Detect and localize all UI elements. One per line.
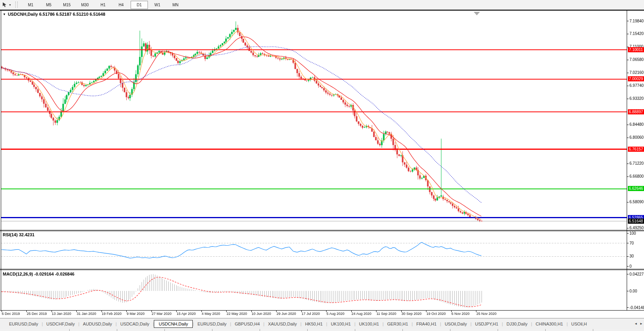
- tab-bar: EURUSD,Daily|USDCHF,Daily|AUDUSD,Daily|U…: [0, 318, 644, 329]
- tab-usdjpy-h1[interactable]: USDJPY,H1: [472, 320, 502, 327]
- macd-axis-label: 0.042275: [629, 272, 644, 277]
- tab-eurusd-daily[interactable]: EURUSD,Daily: [194, 320, 230, 327]
- tab-fra40-h1[interactable]: FRA40,H1: [413, 320, 440, 327]
- cursor-tool-icon[interactable]: [2, 2, 8, 8]
- status-strip-divider: [450, 329, 450, 331]
- price-axis-label: 6.93320: [629, 96, 644, 101]
- tab-china300-h1[interactable]: CHINA300,H1: [532, 320, 567, 327]
- date-label: 19 Feb 2020: [102, 312, 122, 316]
- hline-price-tag: 7.00029: [628, 76, 644, 81]
- timeframe-button-m15[interactable]: M15: [58, 1, 76, 9]
- timeframe-button-mn[interactable]: MN: [167, 1, 184, 9]
- toolbar: ▼ M1M5M15M30H1H4D1W1MN: [0, 0, 644, 10]
- macd-axis-label: -0.04148: [629, 305, 644, 310]
- macd-label: MACD(12,26,9) -0.029164 -0.026846: [3, 272, 74, 276]
- tab-usoil-h[interactable]: USOil,H: [568, 320, 590, 327]
- date-label: 29 Jun 2020: [277, 312, 296, 316]
- date-label: 31 Jan 2020: [77, 312, 96, 316]
- date-label: 9 Mar 2020: [127, 312, 145, 316]
- price-axis-label: 6.84480: [629, 122, 644, 127]
- hline-price-tag: 7.10011: [628, 47, 644, 52]
- chart-title-text: USDCNH,Daily 6.51786 6.52187 6.51210 6.5…: [8, 12, 105, 17]
- date-label: 27 Mar 2020: [152, 312, 172, 316]
- rsi-axis-label: 70: [629, 241, 634, 246]
- price-axis-label: 6.49250: [629, 225, 644, 230]
- toolbar-grip[interactable]: [15, 2, 18, 8]
- date-label: 15 Apr 2020: [177, 312, 196, 316]
- tab-dj30-daily[interactable]: DJ30,Daily: [503, 320, 531, 327]
- status-strip-divider: [260, 329, 260, 331]
- price-axis-label: 6.66800: [629, 174, 644, 179]
- timeframe-button-m5[interactable]: M5: [40, 1, 57, 9]
- tab-hk50-h1[interactable]: HK50,H1: [301, 320, 326, 327]
- current-price-tag: 6.51648: [628, 219, 644, 224]
- price-axis-label: 6.97740: [629, 83, 644, 88]
- status-strip-divider: [212, 329, 212, 331]
- rsi-label: RSI(14) 32.4231: [3, 232, 35, 237]
- rsi-axis-label: 30: [629, 254, 634, 259]
- date-label: 13 Jan 2020: [52, 312, 72, 316]
- price-axis-label: 7.02160: [629, 70, 644, 75]
- timeframe-button-d1[interactable]: D1: [131, 1, 148, 9]
- date-label: 5 Aug 2020: [327, 312, 345, 316]
- price-axis-label: 6.80060: [629, 135, 644, 140]
- tab-usdcad-daily[interactable]: USDCAD,Daily: [117, 320, 153, 327]
- tab-ger30-h1[interactable]: GER30,H1: [384, 320, 411, 327]
- status-strip-divider: [498, 329, 498, 331]
- timeframe-button-m30[interactable]: M30: [76, 1, 94, 9]
- hline-price-tag: 6.76157: [628, 147, 644, 152]
- hline-price-tag: 6.62646: [628, 186, 644, 191]
- tab-xauusd-daily[interactable]: XAUUSD,Daily: [264, 320, 300, 327]
- price-axis-label: 7.15420: [629, 31, 644, 36]
- status-strip-divider: [164, 329, 165, 331]
- date-label: 19 Oct 2020: [426, 312, 446, 316]
- status-strip-divider: [69, 329, 70, 331]
- rsi-axis-label: 100: [629, 231, 636, 236]
- tab-eurusd-daily[interactable]: EURUSD,Daily: [6, 320, 42, 327]
- timeframe-button-m1[interactable]: M1: [22, 1, 39, 9]
- tab-usdcnh-daily[interactable]: USDCNH,Daily: [154, 320, 193, 328]
- price-axis-label: 7.06580: [629, 57, 644, 62]
- chart-canvas[interactable]: [0, 10, 644, 312]
- macd-axis-label: 0.00: [629, 289, 637, 294]
- tab-scroll-right-icon[interactable]: ►: [640, 322, 643, 325]
- date-label: 10 Jun 2020: [252, 312, 271, 316]
- mt4-window: ▼ M1M5M15M30H1H4D1W1MN ▼USDCNH,Daily 6.5…: [0, 0, 644, 331]
- tab-gbpusd-h4[interactable]: GBPUSD,H4: [231, 320, 264, 327]
- status-strip-divider: [593, 329, 593, 331]
- chevron-down-icon[interactable]: ▼: [9, 4, 11, 6]
- rsi-axis-label: 0: [629, 264, 632, 269]
- price-axis-label: 6.58090: [629, 199, 644, 204]
- status-strip-divider: [545, 329, 546, 331]
- date-label: 11 Sep 2020: [376, 312, 396, 316]
- timeframe-buttons: M1M5M15M30H1H4D1W1MN: [22, 1, 185, 9]
- tab-uk100-h1[interactable]: UK100,H1: [356, 320, 383, 327]
- tab-list: EURUSD,Daily|USDCHF,Daily|AUDUSD,Daily|U…: [0, 320, 590, 328]
- tab-scroll-arrows: ◄ ►: [632, 318, 643, 329]
- status-strip-divider: [355, 329, 355, 331]
- date-label: 30 Sep 2020: [402, 312, 422, 316]
- timeframe-button-w1[interactable]: W1: [149, 1, 166, 9]
- status-strip-divider: [307, 329, 308, 331]
- date-label: 24 Aug 2020: [352, 312, 372, 316]
- chart-title: ▼USDCNH,Daily 6.51786 6.52187 6.51210 6.…: [3, 12, 105, 17]
- hline-price-tag: 6.88897: [628, 109, 644, 114]
- tab-uk100-h1[interactable]: UK100,H1: [327, 320, 354, 327]
- date-label: 4 May 2020: [202, 312, 220, 316]
- date-label: 6 Nov 2020: [452, 312, 470, 316]
- symbol-expand-icon[interactable]: ▼: [3, 13, 6, 16]
- date-label: 17 Jul 2020: [302, 312, 320, 316]
- date-label: 6 Dec 2019: [2, 312, 20, 316]
- timeframe-button-h4[interactable]: H4: [113, 1, 130, 9]
- tab-usdchf-daily[interactable]: USDCHF,Daily: [43, 320, 78, 327]
- tab-usoil-daily[interactable]: USOil,Daily: [441, 320, 470, 327]
- status-strip-divider: [117, 329, 117, 331]
- tab-scroll-left-icon[interactable]: ◄: [634, 322, 637, 325]
- tab-audusd-daily[interactable]: AUDUSD,Daily: [79, 320, 116, 327]
- timeframe-button-h1[interactable]: H1: [94, 1, 112, 9]
- date-label: 25 Nov 2020: [476, 312, 496, 316]
- price-axis-label: 7.19840: [629, 18, 644, 24]
- status-strip-divider: [402, 329, 403, 331]
- price-axis-label: 6.71220: [629, 161, 644, 166]
- date-label: 25 Dec 2019: [27, 312, 47, 316]
